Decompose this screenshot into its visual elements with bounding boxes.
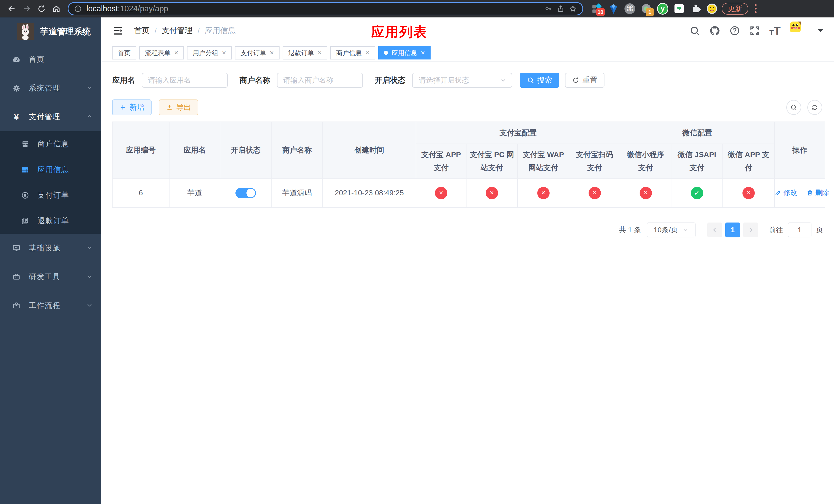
goto-page-input[interactable] <box>788 223 811 237</box>
user-avatar[interactable] <box>790 22 808 40</box>
forward-icon[interactable] <box>20 2 33 15</box>
prev-page-button[interactable] <box>707 223 722 237</box>
fullscreen-icon[interactable] <box>749 25 760 36</box>
add-button[interactable]: 新增 <box>112 99 152 115</box>
status-cross-icon: × <box>486 187 498 199</box>
chevron-down-icon <box>86 84 93 93</box>
app-name-input[interactable] <box>142 73 228 88</box>
extension-badge: 10 <box>596 8 605 16</box>
page-annotation: 应用列表 <box>371 23 427 41</box>
dashboard-icon <box>11 55 22 64</box>
briefcase-icon <box>11 301 22 310</box>
monitor-chart-icon <box>11 244 22 252</box>
tab-process-form[interactable]: 流程表单× <box>139 46 184 60</box>
edit-icon <box>775 189 782 196</box>
merchant-name-input[interactable] <box>277 73 363 88</box>
sidebar-item-home[interactable]: 首页 <box>0 45 101 74</box>
tab-user-group[interactable]: 用户分组× <box>187 46 232 60</box>
font-size-icon[interactable]: TT <box>769 25 781 37</box>
caret-down-icon[interactable] <box>818 29 823 32</box>
logo-avatar <box>17 23 34 40</box>
status-toggle[interactable] <box>236 188 256 198</box>
extension-gem-icon[interactable] <box>608 3 619 14</box>
col-wx-mini: 微信小程序支付 <box>620 144 671 179</box>
key-icon[interactable] <box>545 5 552 13</box>
sidebar-item-pay-order[interactable]: 支付订单 <box>0 183 101 208</box>
extension-chat-icon[interactable] <box>674 3 685 14</box>
navbar-actions: TT <box>689 22 823 40</box>
search-icon[interactable] <box>689 25 700 36</box>
cell-wx-app: × <box>723 179 774 207</box>
pagination: 共 1 条 10条/页 1 前往 页 <box>112 223 825 237</box>
refresh-table-button[interactable] <box>807 100 822 115</box>
sidebar-item-infrastructure[interactable]: 基础设施 <box>0 234 101 262</box>
status-cross-icon: × <box>743 187 755 199</box>
tab-merchant-info[interactable]: 商户信息× <box>330 46 375 60</box>
home-icon[interactable] <box>50 2 63 15</box>
close-icon[interactable]: × <box>174 49 178 56</box>
show-search-button[interactable] <box>786 100 801 115</box>
sidebar-item-app-info[interactable]: 应用信息 <box>0 157 101 183</box>
close-icon[interactable]: × <box>317 49 322 56</box>
sidebar-item-system[interactable]: 系统管理 <box>0 74 101 102</box>
export-button[interactable]: 导出 <box>159 99 198 115</box>
extension-blocks-icon[interactable]: 10 <box>591 3 603 14</box>
breadcrumb: 首页 / 支付管理 / 应用信息 <box>134 25 236 36</box>
help-icon[interactable] <box>729 25 740 36</box>
app-table: 应用编号 应用名 开启状态 商户名称 创建时间 支付宝配置 微信配置 操作 支付… <box>112 121 825 208</box>
app-name-label: 应用名 <box>112 75 135 86</box>
tab-refund-order[interactable]: 退款订单× <box>283 46 327 60</box>
tab-home[interactable]: 首页 <box>112 46 136 60</box>
sidebar-item-payment[interactable]: ¥ 支付管理 <box>0 102 101 131</box>
cell-app-id: 6 <box>112 179 169 207</box>
breadcrumb-home[interactable]: 首页 <box>134 25 150 36</box>
extension-y-icon[interactable]: y <box>657 3 668 14</box>
url-text[interactable]: localhost:1024/pay/app <box>86 4 540 13</box>
share-icon[interactable] <box>557 5 565 13</box>
sidebar-collapse-icon[interactable] <box>112 25 124 37</box>
sidebar-item-workflow[interactable]: 工作流程 <box>0 291 101 320</box>
close-icon[interactable]: × <box>365 49 369 56</box>
info-icon[interactable] <box>74 5 82 13</box>
extension-record-icon[interactable]: 1 <box>641 3 652 14</box>
cell-alipay-pc: × <box>466 179 518 207</box>
browser-menu-icon[interactable] <box>753 4 758 13</box>
tabs-bar: 首页 流程表单× 用户分组× 支付订单× 退款订单× 商户信息× 应用信息× <box>101 44 834 62</box>
sidebar-item-refund-order[interactable]: 退款订单 <box>0 208 101 234</box>
close-icon[interactable]: × <box>222 49 226 56</box>
extension-command-icon[interactable]: ⌘ <box>624 3 636 14</box>
next-page-button[interactable] <box>743 223 758 237</box>
tab-pay-order[interactable]: 支付订单× <box>235 46 280 60</box>
search-button[interactable]: 搜索 <box>520 73 559 88</box>
page-number-active[interactable]: 1 <box>725 223 740 237</box>
browser-update-button[interactable]: 更新 <box>722 3 748 15</box>
delete-link[interactable]: 删除 <box>807 188 829 198</box>
page-size-select[interactable]: 10条/页 <box>647 223 696 237</box>
extension-emoji-icon[interactable] <box>706 3 718 14</box>
tab-app-info[interactable]: 应用信息× <box>378 46 431 60</box>
close-icon[interactable]: × <box>421 49 425 56</box>
back-icon[interactable] <box>5 2 19 15</box>
col-group-wechat: 微信配置 <box>620 122 774 144</box>
close-icon[interactable]: × <box>270 49 274 56</box>
table-row: 6 芋道 芋道源码 2021-10-23 08:49:25 × × × × × … <box>112 179 825 207</box>
breadcrumb-payment[interactable]: 支付管理 <box>162 25 193 36</box>
chevron-down-icon <box>86 273 93 281</box>
edit-link[interactable]: 修改 <box>775 188 797 198</box>
sidebar-item-merchant-info[interactable]: 商户信息 <box>0 131 101 157</box>
cell-actions: 修改 删除 <box>774 179 825 207</box>
status-select[interactable]: 请选择开启状态 <box>412 73 512 88</box>
col-status: 开启状态 <box>220 122 271 179</box>
cell-alipay-wap: × <box>518 179 569 207</box>
sidebar-item-dev-tools[interactable]: 研发工具 <box>0 262 101 291</box>
col-wx-jsapi: 微信 JSAPI 支付 <box>671 144 723 179</box>
reset-button[interactable]: 重置 <box>565 73 605 88</box>
reload-icon[interactable] <box>35 2 48 15</box>
cell-alipay-qr: × <box>569 179 620 207</box>
active-dot-icon <box>384 51 388 55</box>
extensions-puzzle-icon[interactable] <box>690 3 701 14</box>
url-bar[interactable]: localhost:1024/pay/app <box>68 2 583 15</box>
bookmark-star-icon[interactable] <box>569 5 577 13</box>
col-alipay-app: 支付宝 APP 支付 <box>416 144 466 179</box>
github-icon[interactable] <box>709 25 720 36</box>
